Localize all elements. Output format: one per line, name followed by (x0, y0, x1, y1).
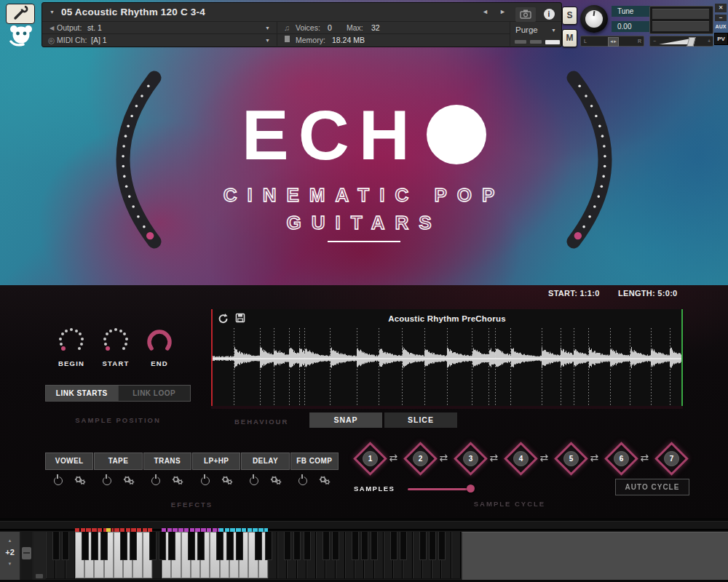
midi-dropdown-caret[interactable]: ▼ (265, 38, 270, 43)
sample-diamond-4[interactable] (504, 442, 538, 476)
sample-diamond-5[interactable] (554, 442, 588, 476)
next-instrument-arrow[interactable]: ► (499, 8, 506, 15)
effect-tab-tape[interactable]: TAPE (94, 453, 142, 470)
effect-power-icon[interactable] (103, 477, 111, 485)
effect-power-icon[interactable] (201, 477, 210, 485)
effect-power-icon[interactable] (151, 477, 160, 485)
white-key-inactive[interactable] (451, 532, 461, 578)
black-key[interactable] (159, 532, 166, 560)
max-value[interactable]: 32 (371, 23, 380, 32)
keyboard-scrollbar[interactable] (21, 532, 32, 580)
black-key[interactable] (284, 532, 291, 560)
sample-diamond-7[interactable] (654, 442, 689, 476)
prev-instrument-arrow[interactable]: ◄ (482, 8, 488, 15)
auto-cycle-button[interactable]: AUTO CYCLE (615, 479, 689, 495)
volume-minus[interactable]: − (653, 39, 656, 44)
piano-keyboard[interactable] (46, 532, 461, 579)
black-key[interactable] (120, 532, 127, 560)
link-loop-button[interactable]: LINK LOOP (118, 386, 191, 401)
black-key[interactable] (323, 532, 330, 560)
effect-settings-gear-icon[interactable] (172, 475, 183, 488)
info-button[interactable]: i (542, 7, 556, 22)
close-button[interactable]: ✕ (715, 4, 727, 12)
link-starts-button[interactable]: LINK STARTS (46, 386, 118, 401)
keyboard-scroll-thumb[interactable] (22, 547, 31, 559)
effect-tab-trans[interactable]: TRANS (143, 453, 191, 470)
aux-label[interactable]: AUX (713, 24, 728, 29)
black-key[interactable] (361, 532, 368, 560)
wrench-edit-button[interactable] (6, 4, 35, 24)
black-key[interactable] (130, 532, 137, 560)
instrument-dropdown-caret[interactable]: ▼ (50, 9, 55, 15)
effect-settings-gear-icon[interactable] (221, 475, 233, 488)
transpose-down-icon[interactable]: ▼ (0, 562, 20, 566)
swap-samples-icon[interactable]: ⇄ (490, 452, 499, 463)
solo-button[interactable]: S (562, 7, 577, 25)
snap-button[interactable]: SNAP (309, 412, 382, 428)
swap-samples-icon[interactable]: ⇄ (540, 452, 549, 463)
start-knob[interactable] (103, 327, 129, 354)
waveform-panel[interactable]: Acoustic Rhythm PreChorus (211, 309, 683, 409)
black-key[interactable] (62, 532, 69, 560)
effect-settings-gear-icon[interactable] (123, 475, 135, 488)
instrument-title[interactable]: 05 Acoustic Rhythm 120 C 3-4 (61, 7, 205, 17)
effect-power-icon[interactable] (250, 477, 258, 485)
volume-plus[interactable]: + (708, 39, 711, 44)
output-value[interactable]: st. 1 (87, 23, 102, 32)
waveform-display[interactable] (211, 328, 683, 406)
samples-slider-handle[interactable] (467, 485, 475, 493)
transpose-control[interactable]: ▲ +2 ▼ (0, 532, 20, 580)
black-key[interactable] (216, 532, 223, 560)
pan-slider[interactable]: L R ◄ ► (580, 36, 644, 47)
black-key[interactable] (265, 532, 272, 560)
black-key[interactable] (371, 532, 378, 560)
sample-diamond-6[interactable] (604, 442, 638, 476)
begin-knob[interactable] (58, 327, 84, 354)
black-key[interactable] (100, 532, 108, 560)
reload-sample-icon[interactable] (218, 313, 229, 324)
tune-knob[interactable] (580, 5, 608, 33)
black-key[interactable] (293, 532, 301, 560)
black-key[interactable] (332, 532, 339, 560)
swap-samples-icon[interactable]: ⇄ (590, 452, 599, 463)
swap-samples-icon[interactable]: ⇄ (641, 452, 649, 463)
purge-dropdown-caret[interactable]: ▼ (551, 28, 556, 33)
effect-power-icon[interactable] (298, 477, 307, 485)
save-sample-icon[interactable] (235, 313, 246, 324)
mute-button[interactable]: M (562, 29, 577, 47)
black-key[interactable] (91, 532, 98, 560)
black-key[interactable] (255, 532, 262, 560)
effect-tab-vowel[interactable]: VOWEL (45, 453, 93, 470)
black-key[interactable] (52, 532, 60, 560)
midi-value[interactable]: [A] 1 (91, 36, 107, 44)
black-key[interactable] (82, 532, 89, 560)
loop-end-marker[interactable] (681, 309, 683, 406)
black-key[interactable] (419, 532, 427, 560)
black-key[interactable] (168, 532, 175, 560)
black-key[interactable] (390, 532, 397, 560)
loop-start-marker[interactable] (211, 309, 213, 406)
black-key[interactable] (226, 532, 234, 560)
transpose-up-icon[interactable]: ▲ (0, 538, 20, 543)
effect-settings-gear-icon[interactable] (270, 475, 282, 488)
black-key[interactable] (197, 532, 205, 560)
black-key[interactable] (188, 532, 195, 560)
volume-slider[interactable]: − + (649, 36, 713, 47)
swap-samples-icon[interactable]: ⇄ (440, 452, 448, 463)
sample-diamond-2[interactable] (403, 442, 438, 476)
black-key[interactable] (352, 532, 359, 560)
black-key[interactable] (236, 532, 243, 560)
sample-diamond-3[interactable] (454, 442, 488, 476)
pan-handle[interactable]: ◄ ► (608, 37, 619, 47)
effect-settings-gear-icon[interactable] (319, 475, 331, 488)
effect-tab-fb-comp[interactable]: FB COMP (290, 453, 339, 470)
slice-button[interactable]: SLICE (384, 412, 457, 428)
volume-handle[interactable] (687, 37, 695, 47)
effect-power-icon[interactable] (54, 477, 63, 485)
swap-samples-icon[interactable]: ⇄ (389, 452, 398, 463)
snapshot-camera-button[interactable] (515, 7, 536, 22)
minimize-button[interactable]: – (715, 15, 727, 21)
black-key[interactable] (429, 532, 436, 560)
pv-button[interactable]: PV (714, 33, 728, 45)
purge-label[interactable]: Purge (515, 25, 538, 34)
